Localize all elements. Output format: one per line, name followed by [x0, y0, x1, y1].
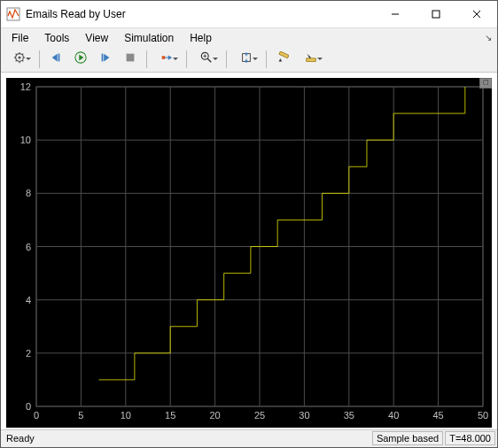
- svg-rect-2: [432, 11, 440, 18]
- toolbar-separator: [266, 50, 267, 68]
- svg-text:25: 25: [254, 410, 265, 421]
- svg-rect-21: [127, 54, 135, 62]
- menu-file[interactable]: File: [4, 30, 35, 46]
- svg-text:40: 40: [388, 410, 399, 421]
- maximize-axes-icon[interactable]: ▢: [479, 78, 492, 89]
- svg-text:0: 0: [34, 410, 39, 421]
- svg-rect-22: [162, 57, 166, 60]
- toolbar: [1, 47, 497, 72]
- svg-text:20: 20: [209, 410, 220, 421]
- svg-point-6: [18, 57, 20, 59]
- status-time: T=48.000: [445, 431, 495, 445]
- svg-rect-19: [102, 54, 104, 62]
- menu-help[interactable]: Help: [183, 30, 219, 46]
- signal-icon: [160, 51, 173, 66]
- step-back[interactable]: [44, 48, 67, 71]
- svg-line-26: [207, 59, 211, 63]
- annotate-dropdown[interactable]: [296, 48, 326, 71]
- stop[interactable]: [119, 48, 142, 71]
- close-button[interactable]: [456, 1, 497, 27]
- svg-marker-35: [279, 58, 283, 62]
- svg-text:30: 30: [299, 410, 309, 421]
- svg-marker-24: [168, 56, 172, 60]
- menu-simulation[interactable]: Simulation: [117, 30, 181, 46]
- svg-line-14: [22, 54, 23, 55]
- status-ready: Ready: [1, 433, 372, 444]
- gear-icon: [13, 51, 26, 66]
- toolbar-separator: [226, 50, 227, 68]
- toolbar-separator: [146, 50, 147, 68]
- ruler-icon: [276, 51, 289, 66]
- data-series: [99, 87, 465, 380]
- highlight-signal[interactable]: [152, 48, 182, 71]
- scope-window: Emails Read by User FileToolsViewSimulat…: [0, 0, 498, 448]
- svg-rect-34: [279, 51, 289, 58]
- plot-canvas[interactable]: ▢ 05101520253035404550 024681012: [6, 78, 492, 428]
- svg-text:8: 8: [26, 188, 31, 198]
- y-axis: 024681012: [20, 81, 31, 412]
- app-icon: [6, 7, 20, 21]
- svg-marker-20: [104, 54, 109, 62]
- svg-text:12: 12: [20, 81, 31, 92]
- svg-text:0: 0: [26, 401, 31, 412]
- svg-rect-16: [58, 54, 60, 62]
- svg-marker-15: [52, 54, 58, 62]
- autoscale-icon: [240, 51, 253, 66]
- svg-text:4: 4: [26, 294, 31, 305]
- config-dropdown[interactable]: [4, 48, 35, 71]
- minimize-button[interactable]: [375, 1, 416, 27]
- svg-line-11: [16, 54, 17, 55]
- plot-area: ▢ 05101520253035404550 024681012: [1, 73, 497, 429]
- menubar: FileToolsViewSimulationHelp↘: [1, 28, 497, 47]
- svg-text:50: 50: [478, 410, 488, 421]
- svg-text:6: 6: [26, 241, 31, 251]
- svg-text:2: 2: [26, 347, 31, 358]
- svg-text:45: 45: [432, 410, 443, 421]
- svg-text:10: 10: [121, 410, 131, 421]
- toolbar-separator: [39, 50, 40, 68]
- play-icon: [74, 51, 87, 66]
- step-back-icon: [50, 51, 62, 66]
- step-forward[interactable]: [94, 48, 117, 71]
- autoscale-dropdown[interactable]: [231, 48, 261, 71]
- x-axis: 05101520253035404550: [34, 410, 488, 421]
- measure[interactable]: [271, 48, 294, 71]
- zoom-icon: [200, 51, 213, 66]
- svg-text:10: 10: [20, 135, 31, 145]
- titlebar: Emails Read by User: [1, 1, 497, 28]
- svg-line-13: [16, 61, 17, 62]
- svg-rect-36: [307, 58, 316, 62]
- svg-marker-18: [79, 55, 83, 61]
- svg-text:15: 15: [165, 410, 175, 421]
- menu-view[interactable]: View: [78, 30, 115, 46]
- svg-text:35: 35: [344, 410, 354, 421]
- statusbar: Ready Sample based T=48.000: [1, 429, 497, 447]
- step-fwd-icon: [99, 51, 112, 66]
- maximize-button[interactable]: [416, 1, 456, 27]
- status-mode: Sample based: [372, 431, 443, 445]
- toolbar-separator: [186, 50, 187, 68]
- window-title: Emails Read by User: [26, 8, 375, 20]
- annotate-icon: [305, 51, 317, 66]
- svg-line-12: [22, 61, 23, 62]
- zoom-dropdown[interactable]: [191, 48, 222, 71]
- svg-text:5: 5: [78, 410, 83, 421]
- dock-indicator-icon: ↘: [485, 33, 492, 42]
- stop-icon: [124, 51, 136, 66]
- run[interactable]: [69, 48, 92, 71]
- menu-tools[interactable]: Tools: [37, 30, 76, 46]
